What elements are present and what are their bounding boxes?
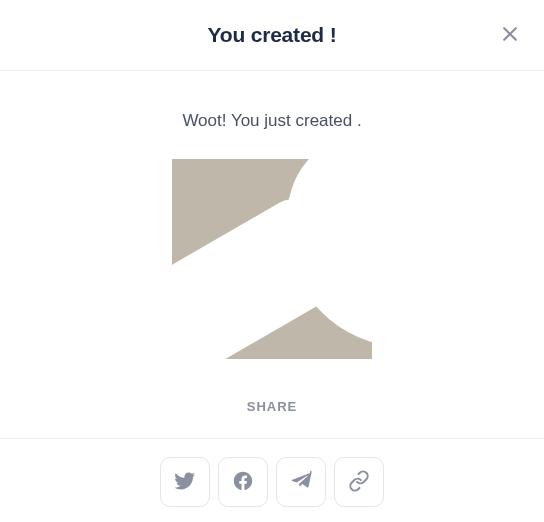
close-button[interactable] (494, 19, 526, 51)
share-facebook-button[interactable] (218, 457, 268, 507)
modal-title: You created ! (208, 23, 337, 47)
share-telegram-button[interactable] (276, 457, 326, 507)
close-icon (500, 24, 520, 47)
share-buttons-row (0, 439, 544, 507)
facebook-icon (232, 470, 254, 495)
modal-header: You created ! (0, 0, 544, 71)
share-heading: SHARE (0, 399, 544, 414)
modal-body: Woot! You just created . SHARE (0, 71, 544, 507)
link-icon (348, 470, 370, 495)
share-twitter-button[interactable] (160, 457, 210, 507)
copy-link-button[interactable] (334, 457, 384, 507)
success-message: Woot! You just created . (0, 111, 544, 131)
twitter-icon (174, 470, 196, 495)
nft-preview-image (172, 159, 372, 359)
telegram-icon (290, 470, 312, 495)
